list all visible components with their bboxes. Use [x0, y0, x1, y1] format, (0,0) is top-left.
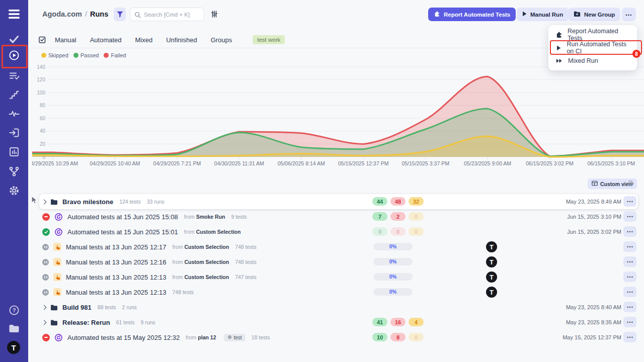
progress-bar: 0% — [373, 243, 413, 250]
run-row[interactable]: Manual tests at 13 Jun 2025 12:16fromCus… — [32, 254, 638, 269]
play-icon — [522, 11, 527, 18]
runs-count: 9 runs — [140, 319, 155, 325]
passed-count-badge: 0 — [372, 227, 387, 236]
row-more-button[interactable]: ⋯ — [623, 226, 636, 237]
run-row[interactable]: Manual tests at 13 Jun 2025 12:13748 tes… — [32, 285, 638, 300]
table-view-icon — [592, 180, 598, 187]
skipped-count-badge: 4 — [409, 318, 424, 326]
source-name: Custom Selection — [184, 274, 229, 280]
breadcrumb-project[interactable]: Agoda.com — [42, 10, 82, 18]
run-row[interactable]: Automated tests at 15 Jun 2025 15:08from… — [32, 209, 638, 224]
run-title: Automated tests at 15 Jun 2025 15:01 — [67, 228, 178, 236]
row-more-button[interactable]: ⋯ — [623, 211, 636, 222]
report-automated-tests-button[interactable]: Report Automated Tests — [428, 8, 516, 21]
run-date: May 23, 2025 8:35 AM — [566, 315, 621, 330]
sidebar-item-reports[interactable] — [8, 146, 20, 158]
tab-mixed[interactable]: Mixed — [135, 36, 153, 44]
passed-count-badge: 7 — [372, 212, 387, 221]
skipped-count-badge: 0 — [409, 227, 424, 236]
sidebar-item-plans[interactable] — [8, 70, 20, 82]
menu-item-report-automated-tests[interactable]: Report Automated Tests — [548, 28, 637, 41]
row-content: Manual tests at 13 Jun 2025 12:17fromCus… — [32, 239, 638, 254]
menu-item-label: Report Automated Tests — [568, 28, 630, 42]
manual-run-button[interactable]: Manual Run — [517, 8, 569, 21]
tab-groups[interactable]: Groups — [211, 36, 232, 44]
run-source: fromCustom Selection — [172, 274, 229, 280]
view-settings-gear-icon[interactable] — [627, 179, 634, 189]
group-name: Build 981 — [62, 304, 92, 311]
new-group-button[interactable]: New Group — [568, 8, 620, 21]
hamburger-menu-icon[interactable] — [8, 8, 20, 20]
sidebar-item-import[interactable] — [8, 127, 20, 139]
status-in-progress-icon — [42, 244, 49, 250]
sidebar-item-branches[interactable] — [8, 165, 20, 177]
run-row[interactable]: Automated tests at 15 May 2025 12:32from… — [32, 330, 638, 345]
run-row[interactable]: Manual tests at 13 Jun 2025 12:13fromCus… — [32, 269, 638, 285]
chart-legend: SkippedPassedFailed — [41, 52, 126, 58]
runs-page: ? T Agoda.com/Runs Report Automated Test… — [0, 0, 644, 362]
automated-run-icon — [54, 213, 63, 221]
row-more-button[interactable]: ⋯ — [623, 272, 636, 282]
sidebar-item-tests[interactable] — [8, 33, 20, 45]
sidebar-item-progress[interactable] — [8, 88, 20, 101]
skipped-count-badge: 0 — [409, 333, 424, 341]
chevron-right-icon[interactable] — [42, 305, 47, 310]
folder-icon — [50, 304, 58, 311]
source-name: plan 12 — [198, 334, 216, 340]
run-date: May 23, 2025 8:40 AM — [566, 300, 621, 315]
group-name: Release: Rerun — [62, 319, 110, 326]
filter-tag[interactable]: test work — [253, 35, 285, 44]
funnel-icon — [117, 11, 123, 18]
legend-label: Failed — [111, 52, 126, 58]
run-source: fromCustom Selection — [172, 259, 229, 265]
tab-automated[interactable]: Automated — [90, 36, 122, 44]
group-row[interactable]: Bravo milestone124 tests33 runs444832May… — [32, 194, 638, 209]
row-content: Manual tests at 13 Jun 2025 12:16fromCus… — [32, 254, 638, 269]
adjustments-icon[interactable] — [210, 10, 218, 20]
chevron-right-icon[interactable] — [42, 320, 47, 325]
sidebar-item-pulse[interactable] — [8, 108, 20, 120]
legend-dot — [41, 53, 46, 58]
menu-item-mixed-run[interactable]: Mixed Run — [548, 54, 637, 67]
runs-table: Bravo milestone124 tests33 runs444832May… — [32, 194, 638, 345]
tab-manual[interactable]: Manual — [55, 36, 76, 44]
tests-count: 61 tests — [116, 319, 135, 325]
group-row[interactable]: Build 98188 tests2 runsMay 23, 2025 8:40… — [32, 300, 638, 315]
row-more-button[interactable]: ⋯ — [623, 241, 636, 252]
sidebar-item-settings[interactable] — [8, 185, 20, 197]
chevron-right-icon[interactable] — [42, 199, 47, 204]
search-input[interactable] — [130, 8, 204, 21]
row-more-button[interactable]: ⋯ — [623, 196, 636, 207]
row-more-button[interactable]: ⋯ — [623, 256, 636, 267]
failed-count-badge: 48 — [390, 197, 406, 206]
row-more-button[interactable]: ⋯ — [623, 302, 636, 312]
more-actions-button[interactable]: ⋯ — [622, 8, 636, 21]
projects-folder-icon[interactable] — [8, 322, 20, 334]
row-more-button[interactable]: ⋯ — [623, 287, 636, 297]
filter-button[interactable] — [114, 8, 126, 21]
run-date: Jun 15, 2025 3:02 PM — [567, 224, 621, 239]
svg-text:06/15/2025 3:10 PM: 06/15/2025 3:10 PM — [587, 160, 635, 166]
row-more-button[interactable]: ⋯ — [623, 332, 636, 342]
puzzle-icon — [434, 11, 440, 18]
tests-count: 88 tests — [98, 304, 116, 310]
app-logo[interactable]: T — [7, 341, 20, 354]
svg-text:05/06/2025 8:14 AM: 05/06/2025 8:14 AM — [278, 160, 325, 166]
run-title: Manual tests at 13 Jun 2025 12:16 — [66, 258, 166, 266]
breadcrumb: Agoda.com/Runs — [42, 10, 108, 18]
run-tag[interactable]: test — [224, 334, 246, 341]
tab-unfinished[interactable]: Unfinished — [166, 36, 197, 44]
svg-text:80: 80 — [40, 103, 46, 108]
svg-text:60: 60 — [40, 116, 46, 121]
row-more-button[interactable]: ⋯ — [623, 317, 636, 327]
source-name: Custom Selection — [184, 244, 229, 250]
runs-count: 2 runs — [122, 304, 137, 310]
row-content: Build 98188 tests2 runs — [32, 300, 638, 315]
group-row[interactable]: Release: Rerun61 tests9 runs41164May 23,… — [32, 315, 638, 330]
manual-run-icon — [53, 258, 61, 266]
checklist-icon[interactable] — [38, 36, 46, 44]
run-row[interactable]: Automated tests at 15 Jun 2025 15:01from… — [32, 224, 638, 239]
run-source: fromSmoke Run — [184, 214, 225, 220]
help-icon[interactable]: ? — [8, 304, 20, 316]
run-row[interactable]: Manual tests at 13 Jun 2025 12:17fromCus… — [32, 239, 638, 254]
